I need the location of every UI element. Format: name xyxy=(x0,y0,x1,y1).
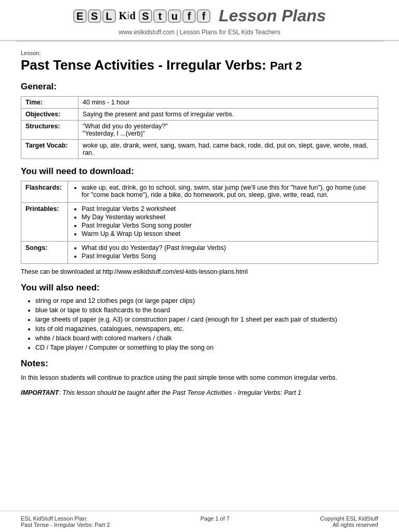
table-row: Structures: "What did you do yesterday?"… xyxy=(21,121,378,140)
footer-left-line1: ESL KidStuff Lesson Plan: xyxy=(21,515,110,522)
list-item: CD / Tape player / Computer or something… xyxy=(35,344,378,351)
logo-letter-e: E xyxy=(73,9,87,23)
table-row: Songs: What did you do Yesterday? (Past … xyxy=(21,242,378,264)
table-row: Objectives: Saying the present and past … xyxy=(21,109,378,121)
download-label-printables: Printables: xyxy=(21,203,68,242)
general-heading: General: xyxy=(21,82,378,92)
general-label-structures: Structures: xyxy=(21,121,78,140)
lesson-label: Lesson: xyxy=(21,50,378,56)
footer-right-line2: All rights reserved xyxy=(320,522,378,528)
download-table: Flashcards: wake up, eat, drink, go to s… xyxy=(21,181,378,264)
list-item: large sheets of paper (e.g. A3) or const… xyxy=(35,316,378,323)
general-table: Time: 40 mins - 1 hour Objectives: Sayin… xyxy=(21,96,378,159)
list-item: lots of old magazines, catalogues, newsp… xyxy=(35,325,378,332)
list-item: wake up, eat, drink, go to school, sing,… xyxy=(82,184,374,198)
important-text: : This lesson should be taught after the… xyxy=(59,389,301,396)
footer-left: ESL KidStuff Lesson Plan: Past Tense - I… xyxy=(21,515,110,528)
page: E S L Kid S t u f f Lesson Plans www.esl… xyxy=(0,0,399,532)
footer: ESL KidStuff Lesson Plan: Past Tense - I… xyxy=(0,511,399,532)
notes-heading: Notes: xyxy=(21,358,378,369)
table-row: Target Vocab: woke up, ate, drank, went,… xyxy=(21,140,378,159)
general-value-vocab: woke up, ate, drank, went, sang, swam, h… xyxy=(78,140,378,159)
logo-letter-s: S xyxy=(88,9,101,23)
also-need-heading: You will also need: xyxy=(21,283,378,293)
list-item: My Day Yesterday worksheet xyxy=(82,214,374,221)
main-content: Lesson: Past Tense Activities - Irregula… xyxy=(0,42,399,511)
list-item: Past Irregular Verbs Song xyxy=(82,252,374,260)
logo-letter-s2: S xyxy=(139,9,152,23)
download-label-flashcards: Flashcards: xyxy=(21,181,68,203)
logo-kid-text: Kid xyxy=(119,10,136,22)
general-label-vocab: Target Vocab: xyxy=(21,140,78,159)
general-label-time: Time: xyxy=(21,97,78,109)
download-heading: You will need to download: xyxy=(21,166,378,177)
list-item: blue tak or tape to stick flashcards to … xyxy=(35,307,378,314)
logo-letter-u: u xyxy=(168,9,181,23)
table-row: Printables: Past Irregular Verbs 2 works… xyxy=(21,203,378,242)
general-value-objectives: Saying the present and past forms of irr… xyxy=(78,109,378,121)
list-item: Past Irregular Verbs 2 worksheet xyxy=(82,205,374,212)
download-link: These can be downloaded at http://www.es… xyxy=(21,268,378,275)
notes-body: In this lesson students will continue to… xyxy=(21,373,378,383)
logo-letter-f2: f xyxy=(197,9,210,23)
esl-logo: E S L Kid S t u f f xyxy=(73,9,210,23)
lesson-plans-title: Lesson Plans xyxy=(219,6,326,25)
lesson-title-text: Past Tense Activities - Irregular Verbs: xyxy=(21,57,267,73)
list-item: Warm Up & Wrap Up lesson sheet xyxy=(82,230,374,237)
list-item: What did you do Yesterday? (Past Irregul… xyxy=(82,244,374,251)
footer-center: Page 1 of 7 xyxy=(201,515,230,528)
table-row: Time: 40 mins - 1 hour xyxy=(21,97,378,109)
header-top: E S L Kid S t u f f Lesson Plans xyxy=(16,6,383,25)
list-item: white / black board with colored markers… xyxy=(35,335,378,342)
general-value-time: 40 mins - 1 hour xyxy=(78,97,378,109)
header-subtitle: www.eslkidstuff.com | Lesson Plans for E… xyxy=(16,29,383,36)
general-value-structures: "What did you do yesterday?""Yesterday, … xyxy=(78,121,378,140)
list-item: Past Irregular Verbs Song song poster xyxy=(82,222,374,229)
notes-important: IMPORTANT: This lesson should be taught … xyxy=(21,388,378,398)
table-row: Flashcards: wake up, eat, drink, go to s… xyxy=(21,181,378,203)
logo-letter-f: f xyxy=(182,9,196,23)
download-value-flashcards: wake up, eat, drink, go to school, sing,… xyxy=(68,181,378,203)
footer-left-line2: Past Tense - Irregular Verbs: Part 2 xyxy=(21,522,110,528)
footer-right-line1: Copyright ESL KidStuff xyxy=(320,515,378,522)
footer-right: Copyright ESL KidStuff All rights reserv… xyxy=(320,515,378,528)
download-label-songs: Songs: xyxy=(21,242,68,264)
list-item: string or rope and 12 clothes pegs (or l… xyxy=(35,297,378,304)
lesson-part: Part 2 xyxy=(270,59,302,72)
header: E S L Kid S t u f f Lesson Plans www.esl… xyxy=(0,0,399,41)
logo-letter-t: t xyxy=(153,9,167,23)
logo-letter-l: L xyxy=(102,9,116,23)
download-value-songs: What did you do Yesterday? (Past Irregul… xyxy=(68,242,378,264)
important-label: IMPORTANT xyxy=(21,389,59,396)
download-value-printables: Past Irregular Verbs 2 worksheet My Day … xyxy=(68,203,378,242)
general-label-objectives: Objectives: xyxy=(21,109,78,121)
lesson-title: Past Tense Activities - Irregular Verbs:… xyxy=(21,57,378,73)
also-need-list: string or rope and 12 clothes pegs (or l… xyxy=(35,297,378,351)
